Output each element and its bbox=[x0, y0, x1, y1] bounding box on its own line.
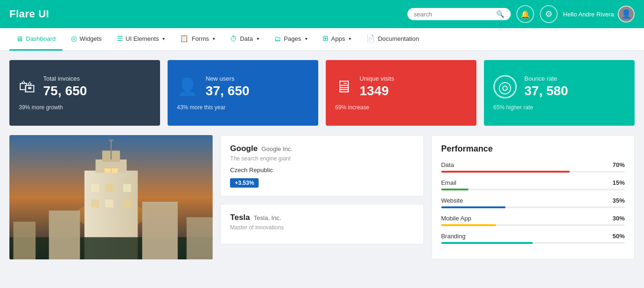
svg-rect-19 bbox=[187, 217, 213, 259]
nav-label-apps: Apps bbox=[331, 35, 345, 42]
nav-label-ui-elements: UI Elements bbox=[126, 35, 159, 42]
perf-item-branding: Branding 50% bbox=[441, 233, 625, 244]
stat-card-invoices: 🛍 Total invoices 75, 650 39% more growth bbox=[9, 60, 160, 126]
company-card-tesla: Tesla Tesla, Inc. Master of innovations bbox=[220, 204, 423, 244]
perf-bar-bg bbox=[441, 206, 625, 208]
perf-bar-bg bbox=[441, 224, 625, 226]
equalizer-icon: ⚙ bbox=[545, 9, 552, 19]
bounce-icon: ◎ bbox=[493, 75, 517, 99]
perf-bar bbox=[441, 242, 533, 244]
svg-rect-7 bbox=[91, 184, 99, 192]
avatar: 👤 bbox=[618, 6, 635, 23]
settings-button[interactable]: ⚙ bbox=[540, 5, 558, 23]
data-icon: ⏱ bbox=[230, 35, 237, 43]
google-desc: The search engine giant bbox=[230, 155, 414, 162]
svg-rect-8 bbox=[105, 184, 113, 192]
perf-label: Mobile App bbox=[441, 215, 471, 222]
visits-value: 1349 bbox=[360, 84, 394, 99]
apps-icon: ⊞ bbox=[322, 34, 329, 43]
main-content: 🛍 Total invoices 75, 650 39% more growth… bbox=[0, 51, 644, 269]
svg-rect-16 bbox=[49, 211, 80, 259]
chevron-down-icon: ▾ bbox=[162, 36, 165, 41]
performance-title: Performance bbox=[441, 144, 625, 154]
stat-card-users: 👤 New users 37, 650 43% more this year bbox=[168, 60, 318, 126]
perf-value: 30% bbox=[613, 215, 625, 222]
perf-value: 70% bbox=[613, 161, 625, 168]
bottom-row: 10 Oct 2018 bbox=[9, 135, 635, 259]
bell-icon: 🔔 bbox=[521, 10, 530, 19]
bounce-value: 37, 580 bbox=[524, 84, 568, 99]
header: Flare UI 🔍 🔔 ⚙ Hello Andre Rivera 👤 bbox=[0, 0, 644, 28]
chevron-down-icon-apps: ▾ bbox=[349, 36, 351, 41]
visits-label: Unique visits bbox=[360, 75, 394, 82]
ui-elements-icon: ☰ bbox=[117, 34, 123, 43]
svg-rect-14 bbox=[112, 168, 118, 173]
perf-label: Email bbox=[441, 179, 457, 186]
perf-label: Branding bbox=[441, 233, 466, 240]
tesla-inc: Tesla, Inc. bbox=[254, 214, 282, 221]
svg-rect-18 bbox=[13, 222, 35, 259]
nav-label-forms: Forms bbox=[192, 35, 209, 42]
tesla-name: Tesla bbox=[230, 213, 250, 222]
users-label: New users bbox=[206, 75, 249, 82]
perf-value: 35% bbox=[613, 197, 625, 204]
company-card-google: Google Google Inc. The search engine gia… bbox=[220, 135, 423, 197]
svg-rect-15 bbox=[9, 237, 213, 259]
invoices-icon: 🛍 bbox=[19, 77, 36, 97]
users-icon: 👤 bbox=[177, 77, 198, 97]
perf-value: 15% bbox=[613, 179, 625, 186]
perf-bar-bg bbox=[441, 171, 625, 173]
chevron-down-icon-pages: ▾ bbox=[305, 36, 307, 41]
visits-icon: 🖥 bbox=[335, 77, 352, 97]
dashboard-icon: 🖥 bbox=[16, 35, 23, 43]
invoices-sub: 39% more growth bbox=[19, 104, 151, 111]
forms-icon: 📋 bbox=[180, 34, 189, 43]
nav-item-apps[interactable]: ⊞ Apps ▾ bbox=[316, 28, 358, 51]
google-inc: Google Inc. bbox=[261, 145, 293, 152]
stat-card-visits: 🖥 Unique visits 1349 69% increase bbox=[326, 60, 476, 126]
performance-items: Data 70% Email 15% Website 35% Mobile Ap… bbox=[441, 161, 625, 244]
user-info: Hello Andre Rivera 👤 bbox=[563, 6, 635, 23]
svg-rect-6 bbox=[109, 139, 113, 141]
nav-item-documentation[interactable]: 📄 Documentation bbox=[360, 28, 425, 51]
chevron-down-icon-data: ▾ bbox=[257, 36, 259, 41]
svg-rect-12 bbox=[123, 199, 131, 207]
chevron-down-icon-forms: ▾ bbox=[213, 36, 215, 41]
perf-value: 50% bbox=[613, 233, 625, 240]
logo: Flare UI bbox=[9, 8, 49, 20]
search-input[interactable] bbox=[414, 11, 492, 18]
search-box[interactable]: 🔍 bbox=[407, 8, 511, 20]
invoices-value: 75, 650 bbox=[43, 84, 87, 99]
nav-item-data[interactable]: ⏱ Data ▾ bbox=[223, 28, 265, 51]
perf-item-website: Website 35% bbox=[441, 197, 625, 208]
visits-sub: 69% increase bbox=[335, 104, 467, 111]
users-sub: 43% more this year bbox=[177, 104, 309, 111]
perf-item-email: Email 15% bbox=[441, 179, 625, 190]
google-name: Google bbox=[230, 144, 258, 153]
perf-label: Website bbox=[441, 197, 463, 204]
perf-item-mobile-app: Mobile App 30% bbox=[441, 215, 625, 226]
perf-bar-bg bbox=[441, 189, 625, 190]
documentation-icon: 📄 bbox=[366, 34, 375, 43]
perf-bar-bg bbox=[441, 242, 625, 244]
perf-label: Data bbox=[441, 161, 454, 168]
nav-item-ui-elements[interactable]: ☰ UI Elements ▾ bbox=[110, 28, 172, 51]
stat-cards: 🛍 Total invoices 75, 650 39% more growth… bbox=[9, 60, 635, 126]
nav-label-widgets: Widgets bbox=[80, 35, 102, 42]
svg-rect-9 bbox=[123, 184, 131, 192]
svg-rect-10 bbox=[91, 199, 99, 207]
search-icon: 🔍 bbox=[496, 10, 504, 18]
nav-label-dashboard: Dashboard bbox=[26, 35, 56, 42]
nav-item-widgets[interactable]: ◎ Widgets bbox=[64, 28, 108, 51]
perf-bar bbox=[441, 224, 496, 226]
tesla-desc: Master of innovations bbox=[230, 224, 414, 231]
nav-item-dashboard[interactable]: 🖥 Dashboard bbox=[9, 28, 62, 51]
pages-icon: 🗂 bbox=[274, 35, 281, 43]
perf-bar bbox=[441, 171, 570, 173]
widgets-icon: ◎ bbox=[71, 34, 77, 43]
nav-item-forms[interactable]: 📋 Forms ▾ bbox=[173, 28, 222, 51]
nav-item-pages[interactable]: 🗂 Pages ▾ bbox=[268, 28, 314, 51]
bounce-label: Bounce rate bbox=[524, 75, 568, 82]
notification-button[interactable]: 🔔 bbox=[516, 5, 534, 23]
user-greeting: Hello Andre Rivera bbox=[563, 11, 614, 18]
